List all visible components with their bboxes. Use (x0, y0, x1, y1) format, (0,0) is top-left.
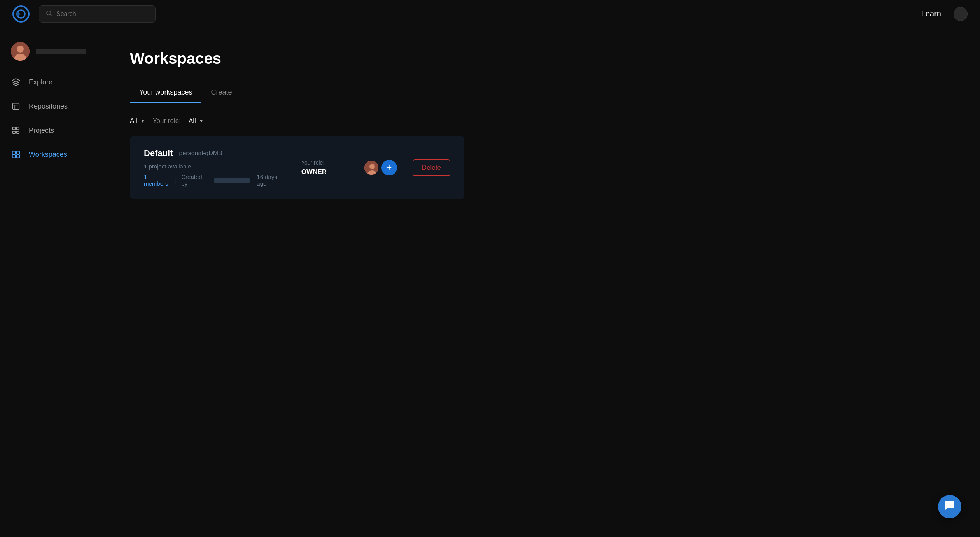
workspace-info: Default personal-gDMB 1 project availabl… (144, 148, 286, 187)
topbar: Learn ⋯ (0, 0, 980, 28)
avatar-image (11, 42, 30, 61)
search-icon (46, 10, 52, 18)
members-link[interactable]: 1 members (144, 174, 170, 187)
svg-rect-14 (17, 131, 19, 133)
separator: | (175, 177, 177, 184)
svg-point-6 (17, 46, 24, 53)
user-section (0, 37, 105, 70)
svg-rect-11 (13, 127, 15, 130)
chat-icon (944, 500, 955, 514)
avatar[interactable] (11, 42, 30, 61)
delete-button[interactable]: Delete (413, 159, 450, 176)
filter-role-dropdown[interactable]: All ▼ (189, 117, 204, 125)
svg-rect-17 (12, 155, 15, 158)
tabs-bar: Your workspaces Create (130, 83, 955, 103)
learn-link[interactable]: Learn (921, 9, 941, 18)
sidebar-item-projects-label: Projects (29, 126, 54, 135)
sidebar-nav: Explore Repositories Projec (0, 70, 105, 167)
svg-rect-18 (17, 155, 19, 158)
sidebar-item-explore-label: Explore (29, 78, 52, 86)
tab-your-workspaces[interactable]: Your workspaces (130, 83, 201, 103)
chevron-down-role-icon: ▼ (199, 118, 204, 124)
sidebar-item-projects[interactable]: Projects (0, 118, 105, 142)
filter-all-label: All (130, 117, 137, 125)
workspace-title-row: Default personal-gDMB (144, 148, 286, 158)
your-role-label: Your role: (153, 117, 181, 125)
member-avatar (364, 160, 379, 175)
svg-rect-16 (17, 151, 19, 154)
workspace-details: 1 members | Created by 16 days ago (144, 174, 286, 187)
sidebar-item-workspaces[interactable]: Workspaces (0, 142, 105, 167)
main-content: Workspaces Your workspaces Create All ▼ … (105, 28, 980, 221)
username-blur (36, 49, 86, 54)
filter-all-dropdown[interactable]: All ▼ (130, 117, 145, 125)
workspace-id: personal-gDMB (179, 150, 222, 157)
svg-point-0 (13, 6, 29, 22)
sidebar-item-workspaces-label: Workspaces (29, 151, 67, 159)
created-ago: 16 days ago (257, 174, 286, 187)
explore-icon (11, 77, 21, 87)
filter-row: All ▼ Your role: All ▼ (130, 117, 955, 125)
svg-point-20 (369, 164, 375, 169)
repositories-icon (11, 101, 21, 111)
more-button[interactable]: ⋯ (954, 7, 968, 21)
svg-rect-8 (13, 103, 19, 110)
search-bar[interactable] (39, 5, 156, 23)
add-member-button[interactable]: + (382, 160, 397, 175)
filter-role-value: All (189, 117, 196, 125)
app-logo[interactable] (12, 5, 30, 23)
projects-icon (11, 125, 21, 135)
workspace-name: Default (144, 148, 173, 158)
role-label: Your role: (301, 160, 324, 166)
workspace-project-count: 1 project available (144, 163, 286, 170)
svg-rect-12 (17, 127, 19, 130)
sidebar-item-repositories[interactable]: Repositories (0, 94, 105, 118)
members-avatars: + (364, 160, 397, 175)
svg-line-4 (50, 14, 52, 16)
sidebar: Explore Repositories Projec (0, 28, 105, 537)
role-section: Your role: OWNER (301, 160, 348, 176)
sidebar-item-explore[interactable]: Explore (0, 70, 105, 94)
tab-create[interactable]: Create (201, 83, 241, 103)
creator-name-blur (214, 178, 250, 183)
search-input[interactable] (56, 11, 149, 18)
workspaces-icon (11, 149, 21, 160)
svg-point-2 (16, 12, 20, 16)
created-by-label: Created by (181, 174, 207, 187)
topbar-right: Learn ⋯ (921, 7, 968, 21)
svg-point-3 (47, 11, 51, 15)
sidebar-item-repositories-label: Repositories (29, 102, 68, 111)
chat-button[interactable] (938, 495, 961, 518)
chevron-down-icon: ▼ (140, 118, 145, 124)
svg-rect-13 (13, 131, 15, 133)
svg-rect-15 (12, 151, 15, 154)
page-title: Workspaces (130, 50, 955, 67)
role-value: OWNER (301, 168, 327, 176)
workspace-card: Default personal-gDMB 1 project availabl… (130, 136, 464, 199)
